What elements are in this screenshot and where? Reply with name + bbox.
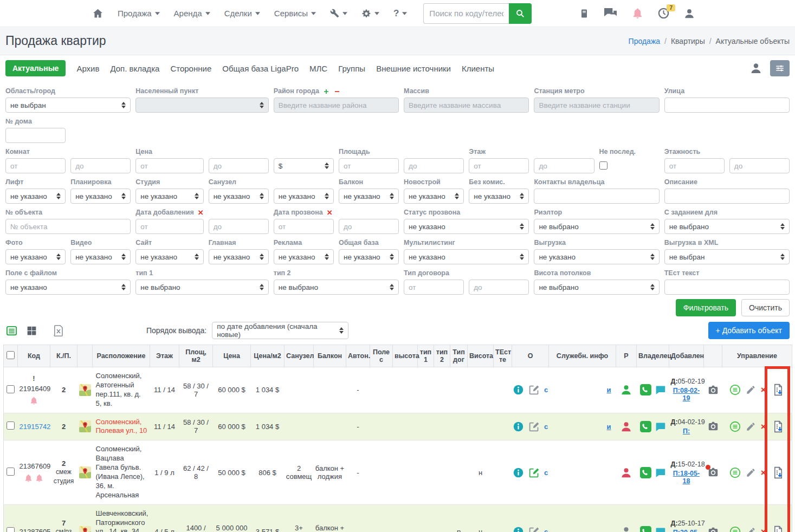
column-header-mgmt[interactable]: Управление [722,345,792,367]
details-list-icon[interactable] [729,526,741,532]
chat-icon[interactable] [655,526,666,532]
column-header-area[interactable]: Площ, м2 [179,345,213,367]
column-header-price[interactable]: Цена [213,345,251,367]
komnat-do-input[interactable] [70,158,131,173]
datapro-do-input[interactable] [339,219,399,234]
column-header-loc[interactable]: Расположение [93,345,150,367]
tasks-clock-icon[interactable]: 7 [657,7,670,20]
delete-icon[interactable]: × [761,422,766,431]
date-call-link[interactable]: П:18-05-18 [671,470,702,485]
tools-menu[interactable] [330,9,347,18]
cena-do-input[interactable] [209,158,269,173]
realtor-person-icon[interactable] [620,468,632,476]
edit-note-icon[interactable] [528,467,540,478]
video-select[interactable]: не указано [70,249,131,264]
column-header-vlad[interactable]: Владелец [637,345,669,367]
column-header-visota[interactable]: Висота [468,345,494,367]
rieltor-select[interactable]: не выбрано [534,219,659,234]
polefile-select[interactable]: не указано [5,280,131,295]
vygruzka-select[interactable]: не указано [534,249,659,264]
plosh-ot-input[interactable] [339,158,399,173]
column-header-o[interactable]: О [512,345,549,367]
filter-button[interactable]: Фильтровать [676,299,736,316]
c-flag[interactable]: с [544,469,548,477]
lift-select[interactable]: не указано [5,189,66,204]
tab-7[interactable]: Внешние источники [376,60,451,77]
columns-settings-button[interactable] [770,60,790,76]
dataadd-ot-input[interactable] [135,219,203,234]
phone-icon[interactable] [640,526,651,532]
photos-camera-icon[interactable] [707,526,719,532]
export-document-icon[interactable] [771,383,785,397]
phone-icon[interactable] [640,384,651,395]
etazhnost-ot-input[interactable] [664,158,725,173]
column-header-code[interactable]: Код [18,345,50,367]
chat-icon[interactable] [655,421,666,432]
nomobj-input[interactable] [5,219,131,234]
help-menu[interactable]: ? [393,8,407,19]
row-checkbox[interactable] [7,527,15,532]
export-document-icon[interactable] [771,525,785,532]
massiv-input[interactable] [404,98,529,113]
c-flag[interactable]: с [544,528,548,532]
column-header-balc[interactable]: Балкон [314,345,346,367]
reminder-bell-icon[interactable] [29,396,38,405]
tab-3[interactable]: Сторонние [170,60,211,77]
map-icon[interactable] [79,468,91,476]
column-header-vysota[interactable]: высота [393,345,418,367]
currency-select[interactable]: $ [274,158,334,173]
tab-0[interactable]: Актуальные [5,60,66,76]
testtext-input[interactable] [664,280,790,295]
nav-menu-3[interactable]: Сервисы [274,9,316,18]
map-icon[interactable] [79,422,91,430]
row-checkbox[interactable] [7,421,15,430]
column-header-dob[interactable]: Добавлен [669,345,704,367]
datapro-ot-input[interactable] [274,219,334,234]
plosh-do-input[interactable] [404,158,464,173]
column-header-test[interactable]: ТЕст те [494,345,512,367]
tab-6[interactable]: Группы [338,60,365,77]
nomdoma-input[interactable] [5,128,66,143]
info-icon[interactable] [513,384,524,395]
column-header-kp[interactable]: К./П. [50,345,77,367]
chat-icon[interactable] [655,384,666,395]
details-list-icon[interactable] [729,467,741,478]
dataadd-do-input[interactable] [209,219,269,234]
oblast-select[interactable]: не выбран [5,98,131,113]
column-header-extra[interactable] [704,345,722,367]
export-document-icon[interactable] [771,466,785,479]
column-header-ppm[interactable]: Цена/м2 [251,345,285,367]
settings-menu[interactable] [361,9,379,18]
messages-icon[interactable] [603,7,618,20]
clear-date-icon[interactable]: ✕ [327,209,333,217]
search-button[interactable] [509,3,532,24]
delete-icon[interactable]: × [761,385,766,394]
tab-4[interactable]: Общая база LigaPro [222,60,299,77]
etazhnost-do-input[interactable] [729,158,790,173]
column-header-sinfo[interactable]: Служебн. инфо [549,345,616,367]
select-all-checkbox[interactable] [7,351,15,359]
delete-icon[interactable]: × [761,468,766,477]
ulitsa-input[interactable] [664,98,790,113]
sort-order-select[interactable]: по дате добавления (сначала новые) [212,322,348,339]
nav-menu-2[interactable]: Сделки [224,9,260,18]
studia-select[interactable]: не указано [135,189,203,204]
column-header-auto[interactable]: Автон. [346,345,370,367]
vygruzkaxml-select[interactable]: не выбран [664,249,790,264]
statuspro-select[interactable]: не указано [404,219,529,234]
reklama-select[interactable]: не указано [274,249,334,264]
grid-view-icon[interactable] [26,325,37,336]
details-list-icon[interactable] [729,384,741,395]
reminder-bell-icon[interactable] [35,473,44,483]
map-icon[interactable] [79,527,91,532]
tipdog-ot-input[interactable] [404,280,464,295]
tipdog-do-input[interactable] [469,280,529,295]
komnat-ot-input[interactable] [5,158,66,173]
tab-5[interactable]: МЛС [309,60,327,77]
photos-camera-icon[interactable] [707,420,719,432]
glavnaya-select[interactable]: не указано [209,249,269,264]
edit-pencil-icon[interactable] [746,385,756,395]
cena-ot-input[interactable] [135,158,203,173]
vysotapotolkov-select[interactable]: не выбрано [534,280,659,295]
column-header-tipdog[interactable]: Тип дог [450,345,468,367]
